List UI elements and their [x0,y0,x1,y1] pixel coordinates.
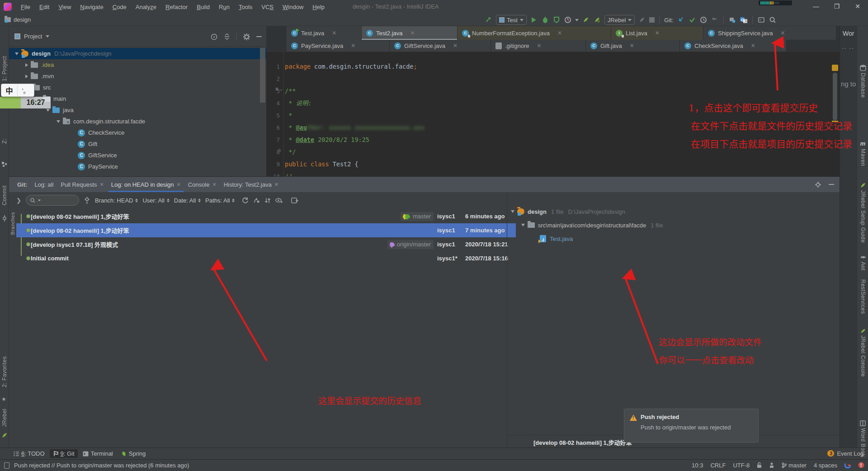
git-branch-widget[interactable]: master [782,462,807,469]
stop-button[interactable] [649,17,655,23]
encoding[interactable]: UTF-8 [733,462,750,469]
tree-item-payservice[interactable]: CPayService [9,161,266,172]
debug-button[interactable] [541,16,549,24]
fold-gutter-icon[interactable]: ⌄ [280,86,283,91]
open-new-tab-icon[interactable] [291,197,298,204]
project-view-dropdown-icon[interactable] [46,35,49,38]
run-button[interactable] [530,16,538,24]
push-rejected-notification[interactable]: Push rejected Push to origin/master was … [624,409,759,443]
tab-checkservice-java[interactable]: CCheckService.java✕ [680,40,787,52]
close-icon[interactable]: ✕ [557,30,562,36]
tree-item-giftservice[interactable]: CGiftService [9,150,266,161]
stripe-jrebel-setup-button[interactable]: JRebel Setup Guide [857,182,868,243]
branch-tag-origin-master[interactable]: origin/master [387,240,434,249]
settings-gear-icon[interactable] [243,33,250,40]
close-button[interactable]: ✕ [847,0,868,14]
tab-log-all[interactable]: Log: all [31,177,57,192]
locate-icon[interactable] [211,33,217,40]
tab-shippingservice-java[interactable]: CShippingService.java✕ [703,26,836,40]
tab-log-on-head[interactable]: Log: on HEAD in design✕ [108,177,184,192]
close-icon[interactable]: ✕ [453,42,458,49]
stripe-commit-button[interactable]: Commit [1,185,8,205]
branch-tag-master[interactable]: master [401,212,434,221]
tab-list-java[interactable]: IList.java✕ [611,26,703,40]
indent-widget[interactable]: 4 spaces [814,462,837,469]
tab-gitignore[interactable]: .gitignore✕ [491,40,586,52]
menu-analyze[interactable]: Analyze [131,4,161,10]
code-editor[interactable]: 1 2 3 4 5 6 7 8 9 10 package com.desgin.… [266,52,831,176]
editor-scrollbar-column[interactable] [831,52,840,176]
annotate-gutter-icon[interactable]: ≣ [275,86,278,91]
branch-filter[interactable]: Branch: HEAD [95,197,138,204]
vcs-rollback-button[interactable] [711,16,719,24]
sort-icon[interactable] [264,197,271,204]
git-panel-settings-icon[interactable] [815,181,821,188]
commit-row-3[interactable]: [develop isysc1 07.18] 外观模式 origin/maste… [16,237,516,251]
close-icon[interactable]: ✕ [780,30,785,36]
go-to-hash-icon[interactable] [253,197,260,204]
maximize-button[interactable]: ❐ [826,0,847,14]
plugin-widget-icon[interactable] [769,462,774,468]
tree-item-gift[interactable]: CGift [9,138,266,150]
status-message[interactable]: Push rejected // Push to origin/master w… [14,462,189,469]
close-icon[interactable]: ✕ [351,42,355,49]
tab-gift-java[interactable]: CGift.java✕ [586,40,680,52]
profiler-button[interactable] [564,16,572,24]
close-icon[interactable]: ✕ [630,42,634,49]
stripe-project-button[interactable]: 1: Project [1,56,8,81]
toolwin-git[interactable]: 9: Git [50,449,78,458]
tree-item-checkservice[interactable]: CCheckService [9,127,266,138]
menu-code[interactable]: Code [108,4,131,10]
overflow-tabs[interactable]: .. .. [842,43,857,50]
tab-test2-java[interactable]: CTest2.java✕ [362,26,458,40]
event-log-widget[interactable]: 3 Event Log [827,447,863,459]
project-tree-scrollbar[interactable] [260,48,265,103]
jrebel-select[interactable]: JRebel [604,15,635,25]
stripe-maven-button[interactable]: m Maven [857,140,868,166]
menu-file[interactable]: File [16,4,35,10]
vcs-update-button[interactable] [677,16,685,24]
run-config-select[interactable]: Test [496,15,527,25]
notification-error-icon[interactable]: ! [858,462,864,468]
coverage-button[interactable] [552,16,561,24]
tree-item-src[interactable]: src [9,82,266,93]
menu-run[interactable]: Run [214,4,234,10]
collapse-all-icon[interactable] [224,33,230,40]
user-filter[interactable]: User: All [142,197,169,204]
filter-gear-icon[interactable] [84,197,90,204]
date-filter[interactable]: Date: All [174,197,201,204]
tab-payservice-java[interactable]: CPayService.java✕ [287,40,390,52]
close-icon[interactable]: ✕ [655,30,660,36]
google-icon[interactable] [844,462,851,468]
lock-icon[interactable] [757,462,762,468]
run-with-jrebel-button[interactable] [582,16,590,24]
breadcrumb[interactable]: design [14,16,31,23]
menu-help[interactable]: Help [308,4,329,10]
menu-build[interactable]: Build [192,4,214,10]
paths-filter[interactable]: Paths: All [205,197,235,204]
stripe-jrebel-button[interactable]: JRebel [1,409,8,427]
menu-view[interactable]: View [54,4,75,10]
inspection-warning-marker[interactable] [832,65,838,71]
line-separator[interactable]: CRLF [710,462,726,469]
tree-item-idea[interactable]: .idea [9,59,266,71]
menu-vcs[interactable]: VCS [257,4,278,10]
menu-edit[interactable]: Edit [35,4,54,10]
commit-row-1[interactable]: [develop 08-02 haomeili] 1,步动好笨 master i… [16,209,516,223]
minimize-button[interactable]: — [806,0,826,14]
hide-panel-icon[interactable] [256,36,262,37]
changes-dir-row[interactable]: src\main\java\com\desgin\structural\facd… [507,218,840,232]
tree-item-package[interactable]: com.desgin.structural.facde [9,116,266,127]
run-anything-icon[interactable] [757,16,765,24]
toolwin-todo[interactable]: 6: TODO [10,449,48,458]
branches-collapsed-strip[interactable]: Branches [9,192,16,448]
tab-numberformatexception-java[interactable]: CNumberFormatException.java✕ [458,26,611,40]
tree-item-design[interactable]: design D:\JavaProject\design [9,48,266,59]
vcs-history-button[interactable] [699,16,708,24]
toolwin-spring[interactable]: Spring [118,449,149,458]
project-panel-header[interactable]: Project [9,26,266,47]
tree-item-mvn[interactable]: .mvn [9,71,266,82]
tab-console[interactable]: Console✕ [184,177,220,192]
editor-scrollbar-thumb[interactable] [833,73,837,120]
toolwin-terminal[interactable]: Terminal [80,449,116,458]
